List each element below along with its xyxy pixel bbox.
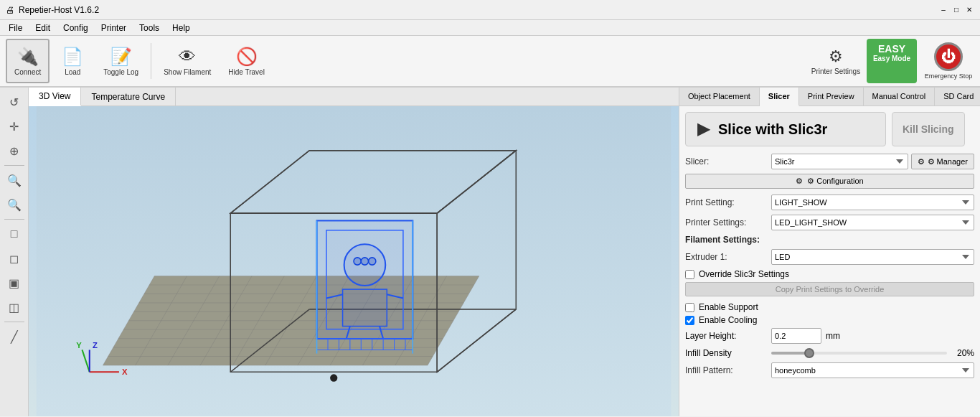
tab-manual-control[interactable]: Manual Control — [864, 88, 936, 106]
app-title: 🖨 Repetier-Host V1.6.2 — [6, 5, 99, 15]
tab-sd-card[interactable]: SD Card — [935, 88, 980, 106]
toggle-log-label: Toggle Log — [103, 68, 138, 76]
kill-slicing-button[interactable]: Kill Slicing — [892, 112, 965, 146]
tab-object-placement[interactable]: Object Placement — [679, 88, 760, 106]
infill-pattern-row: Infill Pattern: honeycomb — [685, 362, 974, 378]
window-controls[interactable]: – □ ✕ — [938, 5, 974, 15]
hide-travel-button[interactable]: 🚫 Hide Travel — [220, 39, 273, 83]
close-button[interactable]: ✕ — [964, 5, 974, 15]
layer-height-row: Layer Height: mm — [685, 328, 974, 344]
infill-density-pct: 20% — [953, 348, 974, 358]
gear-icon-small: ⚙ — [918, 157, 925, 167]
slicer-label: Slicer: — [685, 156, 771, 167]
tab-print-preview[interactable]: Print Preview — [799, 88, 864, 106]
print-setting-row: Print Setting: LIGHT_SHOW — [685, 195, 974, 210]
svg-point-38 — [369, 258, 376, 265]
print-setting-label: Print Setting: — [685, 197, 771, 207]
config-gear-icon: ⚙ — [796, 177, 803, 186]
manager-button[interactable]: ⚙ ⚙ Manager — [911, 154, 974, 169]
menu-printer[interactable]: Printer — [95, 22, 132, 34]
menu-edit[interactable]: Edit — [29, 22, 56, 34]
titlebar: 🖨 Repetier-Host V1.6.2 – □ ✕ — [0, 0, 980, 20]
kill-slicing-label: Kill Slicing — [903, 123, 954, 135]
filament-settings-title: Filament Settings: — [685, 235, 974, 245]
override-checkbox[interactable] — [685, 270, 694, 279]
extruder-select[interactable]: LED — [771, 249, 974, 265]
printer-settings-icon: ⚙ — [829, 47, 843, 66]
lp-sep1 — [4, 165, 24, 166]
lp-sep3 — [4, 322, 24, 322]
emergency-stop-button[interactable]: ⏻ Emergency Stop — [923, 39, 974, 83]
printer-settings-button[interactable]: ⚙ Printer Settings — [811, 39, 861, 83]
infill-density-slider[interactable] — [771, 352, 947, 355]
manager-label: ⚙ Manager — [928, 157, 968, 167]
menu-config[interactable]: Config — [57, 22, 94, 34]
slice-button[interactable]: ▶ Slice with Slic3r — [685, 112, 886, 146]
emergency-stop-icon: ⏻ — [934, 42, 963, 71]
minimize-button[interactable]: – — [938, 5, 948, 15]
diagonal-button[interactable]: ╱ — [3, 325, 26, 348]
rotate-button[interactable]: ↺ — [3, 90, 26, 113]
load-button[interactable]: 📄 Load — [51, 39, 94, 83]
view-area: 3D View Temperature Curve — [29, 88, 679, 416]
view-side-button[interactable]: ◫ — [3, 296, 26, 319]
infill-pattern-label: Infill Pattern: — [685, 365, 771, 375]
emergency-stop-label: Emergency Stop — [925, 72, 973, 80]
svg-point-52 — [330, 374, 337, 381]
scale-button[interactable]: ⊕ — [3, 139, 26, 162]
app-title-text: Repetier-Host V1.6.2 — [19, 5, 99, 15]
copy-settings-button[interactable]: Copy Print Settings to Override — [685, 282, 974, 296]
enable-support-row: Enable Support — [685, 302, 974, 312]
show-filament-icon: 👁 — [179, 47, 196, 67]
left-toolbar: ↺ ✛ ⊕ 🔍 🔍 □ ◻ ▣ ◫ ╱ — [0, 88, 29, 416]
layer-height-input[interactable] — [771, 328, 821, 344]
view-tabs: 3D View Temperature Curve — [29, 88, 679, 106]
move-button[interactable]: ✛ — [3, 115, 26, 138]
printer-settings-row: Printer Settings: LED_LIGHT_SHOW — [685, 215, 974, 230]
enable-cooling-checkbox[interactable] — [685, 316, 694, 325]
show-filament-label: Show Filament — [164, 68, 211, 76]
tab-slicer[interactable]: Slicer — [760, 88, 799, 106]
right-panel: Object Placement Slicer Print Preview Ma… — [679, 88, 980, 416]
menubar: File Edit Config Printer Tools Help — [0, 20, 980, 36]
tab-3d-view[interactable]: 3D View — [29, 88, 81, 106]
easy-mode-label: Easy Mode — [873, 55, 910, 62]
slicer-select[interactable]: Slic3r — [771, 154, 908, 169]
menu-help[interactable]: Help — [166, 22, 196, 34]
hide-travel-icon: 🚫 — [236, 47, 258, 67]
right-panel-tabs: Object Placement Slicer Print Preview Ma… — [679, 88, 980, 106]
scene-svg: X Y Z — [29, 106, 679, 416]
print-setting-select[interactable]: LIGHT_SHOW — [771, 195, 974, 210]
svg-text:Y: Y — [76, 341, 82, 350]
menu-file[interactable]: File — [3, 22, 28, 34]
tab-temperature-curve[interactable]: Temperature Curve — [81, 88, 176, 106]
toggle-log-icon: 📝 — [110, 47, 132, 67]
menu-tools[interactable]: Tools — [133, 22, 165, 34]
printer-settings-row-label: Printer Settings: — [685, 217, 771, 228]
svg-text:X: X — [122, 367, 128, 376]
zoom-out-button[interactable]: 🔍 — [3, 193, 26, 216]
enable-cooling-row: Enable Cooling — [685, 315, 974, 325]
zoom-in-button[interactable]: 🔍 — [3, 169, 26, 192]
lp-sep2 — [4, 219, 24, 220]
view-top-button[interactable]: ◻ — [3, 247, 26, 270]
3d-canvas[interactable]: X Y Z — [29, 106, 679, 416]
maximize-button[interactable]: □ — [951, 5, 961, 15]
easy-mode-button[interactable]: EASY Easy Mode — [867, 39, 917, 83]
svg-text:Z: Z — [93, 341, 98, 350]
configuration-button[interactable]: ⚙ ⚙ Configuration — [685, 174, 974, 189]
view-3d-button[interactable]: ▣ — [3, 271, 26, 294]
enable-support-checkbox[interactable] — [685, 303, 694, 312]
slice-button-label: Slice with Slic3r — [718, 121, 827, 138]
printer-settings-select[interactable]: LED_LIGHT_SHOW — [771, 215, 974, 230]
infill-pattern-select[interactable]: honeycomb — [771, 362, 974, 378]
toggle-log-button[interactable]: 📝 Toggle Log — [95, 39, 146, 83]
show-filament-button[interactable]: 👁 Show Filament — [156, 39, 219, 83]
right-panel-content: ▶ Slice with Slic3r Kill Slicing Slicer:… — [679, 106, 980, 416]
slicer-row: Slicer: Slic3r ⚙ ⚙ Manager — [685, 154, 974, 169]
enable-support-label: Enable Support — [699, 302, 758, 312]
connect-label: Connect — [14, 68, 41, 76]
connect-button[interactable]: 🔌 Connect — [6, 39, 50, 83]
svg-point-39 — [361, 258, 368, 265]
view-front-button[interactable]: □ — [3, 222, 26, 245]
